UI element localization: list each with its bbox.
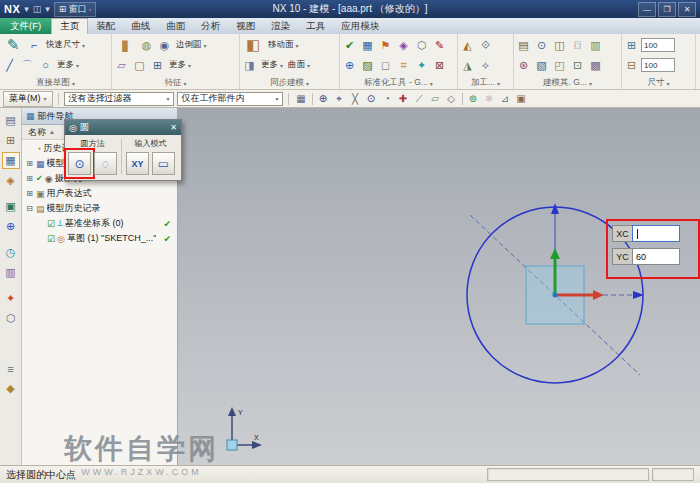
probe-icon[interactable]: ⟡ [477, 56, 494, 74]
save-icon[interactable]: ◫ [33, 5, 42, 14]
graphics-viewport[interactable]: Y X XC YC 60 [178, 108, 700, 465]
tab-view[interactable]: 视图 [228, 18, 263, 34]
dfa-icon[interactable]: ▦ [359, 36, 376, 54]
ribbon-group-label-direct-sketch[interactable]: 直接草图▾ [1, 77, 110, 89]
expand-toggle-icon[interactable]: ⊞ [25, 174, 34, 183]
dialog-titlebar[interactable]: ◎ 圆 ✕ [65, 120, 181, 135]
quick-dimension-button[interactable]: 快速尺寸▾ [44, 39, 87, 51]
expand-toggle-icon[interactable]: ⊞ [25, 159, 34, 168]
circle-three-point-method-icon[interactable]: ◌ [94, 152, 117, 175]
circle-center-diameter-method-icon[interactable]: ⊙ [68, 152, 91, 175]
sync-more-button[interactable]: 更多▾ [259, 59, 285, 71]
web-browser-icon[interactable]: ⊕ [2, 218, 20, 235]
tree-row[interactable]: ☑⟂基准坐标系 (0)✔ [22, 216, 177, 231]
feature-more-button[interactable]: 更多▾ [167, 59, 193, 71]
scale-icon[interactable]: ⊞ [623, 36, 640, 54]
sketch-icon[interactable]: ✎ [1, 36, 25, 54]
datum-tool-icon[interactable]: ⊡ [569, 56, 586, 74]
ribbon-group-label-machining[interactable]: 加工...▾ [459, 77, 512, 89]
quadrant-icon[interactable]: ◔ [380, 91, 395, 106]
process-studio-icon[interactable]: ▥ [2, 264, 20, 281]
ribbon-group-label-modeling-other[interactable]: 建模其. G...▾ [515, 77, 620, 89]
qat-dropdown-icon[interactable]: ▾ [45, 5, 50, 14]
system-materials-icon[interactable]: ⬡ [2, 310, 20, 327]
target-icon[interactable]: ⊙ [533, 36, 550, 54]
spark-tool-icon[interactable]: ✦ [413, 56, 430, 74]
hatch-tool-icon[interactable]: ▨ [359, 56, 376, 74]
annotate-icon[interactable]: ✎ [431, 36, 448, 54]
grid-tool-icon[interactable]: ⌗ [395, 56, 412, 74]
selection-scope-dropdown[interactable]: 仅在工作部件内 ▾ [177, 92, 283, 106]
selection-filter-dropdown[interactable]: 没有选择过滤器 ▾ [64, 92, 174, 106]
roles-icon[interactable]: ✦ [2, 290, 20, 307]
datum-point-icon[interactable]: ⌾ [482, 91, 497, 106]
midpoint-icon[interactable]: ⌖ [332, 91, 347, 106]
flag-icon[interactable]: ⚑ [377, 36, 394, 54]
hole-icon[interactable]: ◉ [156, 36, 173, 54]
turn-icon[interactable]: ◮ [459, 56, 476, 74]
mill-icon[interactable]: ◭ [459, 36, 476, 54]
mesh-icon[interactable]: ▩ [587, 56, 604, 74]
close-button[interactable]: ✕ [678, 2, 696, 17]
profile-icon[interactable]: ⌐ [26, 36, 43, 54]
maximize-button[interactable]: ❐ [658, 2, 676, 17]
facet-icon[interactable]: ⊿ [498, 91, 513, 106]
tree-row[interactable]: ☑◎草图 (1) "SKETCH_..."✔ [22, 231, 177, 246]
tab-analysis[interactable]: 分析 [193, 18, 228, 34]
shell-icon[interactable]: ▥ [587, 36, 604, 54]
expand-toggle-icon[interactable]: ⊞ [25, 189, 34, 198]
move-face-button[interactable]: 移动面▾ [266, 39, 301, 51]
xc-input[interactable] [632, 225, 680, 242]
arc-center-icon[interactable]: ⊙ [364, 91, 379, 106]
add-tool-icon[interactable]: ⊕ [341, 56, 358, 74]
file-menu-button[interactable]: 文件(F) [0, 18, 51, 34]
ribbon-group-label-sync-modeling[interactable]: 同步建模▾ [241, 77, 338, 89]
yc-input[interactable]: 60 [632, 248, 680, 265]
trim-icon[interactable]: ⌼ [569, 36, 586, 54]
details-icon[interactable]: ◆ [2, 380, 20, 397]
checkbox-icon[interactable]: ☑ [47, 234, 55, 244]
reuse-library-icon[interactable]: ◈ [2, 172, 20, 189]
assembly-navigator-icon[interactable]: ▤ [2, 112, 20, 129]
hd3d-tools-icon[interactable]: ▣ [2, 198, 20, 215]
history-icon[interactable]: ◷ [2, 244, 20, 261]
boss-icon[interactable]: ▱ [113, 56, 130, 74]
pattern-icon[interactable]: ⊞ [149, 56, 166, 74]
fixture-icon[interactable]: ⟐ [477, 36, 494, 54]
existing-point-icon[interactable]: ✚ [396, 91, 411, 106]
circle-tool-icon[interactable]: ○ [37, 56, 54, 74]
point-on-face-icon[interactable]: ▱ [428, 91, 443, 106]
grid-snap-icon[interactable]: ▣ [514, 91, 529, 106]
line-icon[interactable]: ╱ [1, 56, 18, 74]
draft-icon[interactable]: ▧ [533, 56, 550, 74]
split-body-icon[interactable]: ◫ [551, 36, 568, 54]
sheet-icon[interactable]: ▤ [515, 36, 532, 54]
tab-curve[interactable]: 曲线 [123, 18, 158, 34]
tab-assemblies[interactable]: 装配 [88, 18, 123, 34]
snap-point-icon[interactable]: ▦ [294, 91, 309, 106]
tree-row[interactable]: ⊟▤模型历史记录 [22, 201, 177, 216]
blank-tool-icon[interactable]: ◻ [377, 56, 394, 74]
tab-render[interactable]: 渲染 [263, 18, 298, 34]
minimize-button[interactable]: — [638, 2, 656, 17]
tab-surface[interactable]: 曲面 [158, 18, 193, 34]
bolt-icon[interactable]: ⊛ [515, 56, 532, 74]
part-navigator-icon[interactable]: ▦ [2, 152, 20, 169]
close-tool-icon[interactable]: ⊠ [431, 56, 448, 74]
edge-blend-button[interactable]: 边倒圆▾ [174, 39, 209, 51]
arc-icon[interactable]: ⌒ [19, 56, 36, 74]
extrude-icon[interactable]: ▮ [113, 36, 137, 54]
constraint-navigator-icon[interactable]: ⊞ [2, 132, 20, 149]
dependencies-icon[interactable]: ≡ [2, 360, 20, 377]
origin-point[interactable] [553, 293, 558, 298]
ribbon-group-label-std-tools[interactable]: 标准化工具 - G...▾ [341, 77, 456, 89]
tab-home[interactable]: 主页 [51, 18, 88, 34]
corner-icon[interactable]: ◰ [551, 56, 568, 74]
window-menu-button[interactable]: ⊞ 窗口 ▾ [54, 2, 97, 17]
checkbox-icon[interactable]: ☑ [47, 219, 55, 229]
xy-input-mode-icon[interactable]: XY [126, 152, 149, 175]
check-mate-icon[interactable]: ✔ [341, 36, 358, 54]
ratio-icon[interactable]: ⊟ [623, 56, 640, 74]
ribbon-group-label-feature[interactable]: 特征▾ [113, 77, 238, 89]
move-face-icon[interactable]: ◧ [241, 36, 265, 54]
